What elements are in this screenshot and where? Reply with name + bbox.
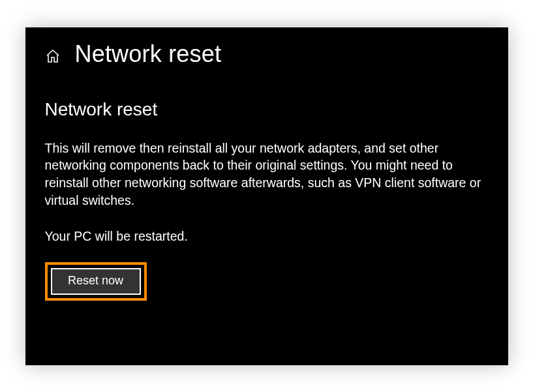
home-icon[interactable] [45, 48, 61, 64]
settings-window: Network reset Network reset This will re… [25, 27, 508, 365]
reset-now-button[interactable]: Reset now [51, 268, 141, 295]
page-header: Network reset [45, 40, 489, 68]
description-text: This will remove then reinstall all your… [45, 140, 489, 210]
annotation-highlight: Reset now [45, 262, 147, 301]
section-title: Network reset [45, 99, 489, 120]
page-title: Network reset [75, 40, 222, 68]
restart-note: Your PC will be restarted. [45, 229, 489, 244]
